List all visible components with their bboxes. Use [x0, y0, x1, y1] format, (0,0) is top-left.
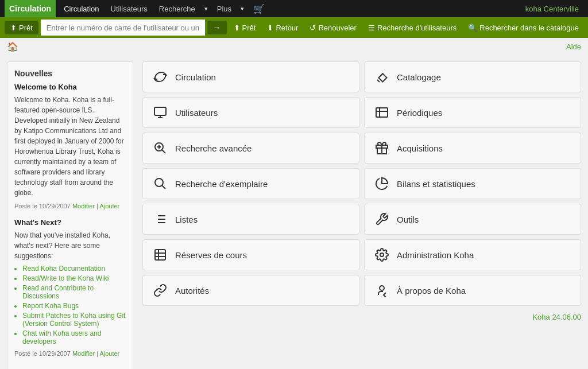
news-article2-posted: Posté le 10/29/2007 Modifier | Ajouter — [14, 349, 126, 359]
pret-link-icon: ⬆ — [234, 24, 240, 32]
svg-line-1 — [377, 80, 380, 82]
acquisitions-label: Acquisitions — [397, 143, 443, 153]
svg-rect-5 — [376, 108, 388, 117]
retour-icon: ⬇ — [267, 24, 273, 32]
administration-label: Administration Koha — [397, 250, 474, 260]
svg-line-9 — [162, 150, 165, 153]
news-link-5[interactable]: Chat with Koha users and developers — [22, 329, 101, 345]
recherche-exemplaire-icon — [152, 177, 168, 191]
news-article2-intro: Now that you've installed Koha, what's n… — [14, 230, 126, 261]
svg-point-13 — [155, 178, 163, 187]
recherche-utilisateurs-icon: ☰ — [368, 24, 375, 32]
news-link-0[interactable]: Read Koha Documentation — [22, 265, 105, 273]
catalogage-label: Catalogage — [397, 72, 441, 82]
svg-rect-21 — [155, 250, 165, 260]
utilisateurs-icon — [152, 106, 168, 119]
home-icon[interactable]: 🏠 — [7, 41, 18, 52]
institution-label: koha Centerville — [521, 5, 583, 13]
news-article2-modify-link[interactable]: Modifier — [72, 350, 95, 357]
reserves-cours-icon — [152, 248, 168, 262]
top-navigation: Circulation Circulation Utilisateurs Rec… — [0, 0, 588, 17]
news-link-3[interactable]: Report Koha Bugs — [22, 302, 79, 310]
recherche-avancee-label: Recherche avancée — [175, 143, 252, 153]
nav-circulation[interactable]: Circulation — [58, 0, 105, 17]
news-title: Nouvelles — [14, 69, 126, 78]
user-search-input[interactable] — [41, 20, 205, 36]
action-bar: ⬆ Prêt → ⬆ Prêt ⬇ Retour ↺ Renouveler ☰ … — [0, 17, 588, 38]
module-periodiques[interactable]: Périodiques — [364, 97, 581, 128]
circulation-label: Circulation — [175, 72, 216, 82]
module-grid: Circulation Catalogage Utilisateurs Péri… — [142, 61, 581, 369]
svg-line-14 — [162, 185, 165, 189]
apropos-label: À propos de Koha — [397, 286, 466, 296]
news-article1-heading: Welcome to Koha — [14, 83, 126, 91]
module-recherche-avancee[interactable]: Recherche avancée — [142, 133, 359, 164]
nav-utilisateurs[interactable]: Utilisateurs — [105, 0, 153, 17]
pret-button[interactable]: ⬆ Prêt — [5, 21, 38, 34]
outils-icon — [374, 212, 390, 226]
outils-label: Outils — [397, 215, 419, 224]
news-article1-add-link[interactable]: Ajouter — [99, 203, 119, 209]
nav-plus[interactable]: Plus — [211, 0, 237, 17]
module-utilisateurs[interactable]: Utilisateurs — [142, 97, 359, 128]
news-article1-modify-link[interactable]: Modifier — [72, 203, 95, 209]
news-link-2[interactable]: Read and Contribute to Discussions — [22, 284, 94, 300]
catalogage-icon — [374, 70, 390, 84]
apropos-icon — [374, 283, 390, 297]
news-panel: Nouvelles Welcome to Koha Welcome to Koh… — [7, 61, 133, 369]
breadcrumb-bar: 🏠 Aide — [0, 38, 588, 56]
nav-recherche[interactable]: Recherche — [153, 0, 201, 17]
module-reserves-cours[interactable]: Réserves de cours — [142, 239, 359, 270]
bilans-stats-label: Bilans et statistiques — [397, 179, 475, 189]
help-link[interactable]: Aide — [566, 42, 581, 51]
svg-rect-2 — [154, 107, 166, 115]
action-recherche-utilisateurs-link[interactable]: ☰ Recherche d'utilisateurs — [363, 21, 461, 34]
action-retour-link[interactable]: ⬇ Retour — [262, 21, 303, 34]
version-text: Koha 24.06.00 — [142, 310, 581, 324]
news-link-4[interactable]: Submit Patches to Koha using Git (Versio… — [22, 312, 125, 328]
recherche-avancee-icon — [152, 141, 168, 155]
module-listes[interactable]: Listes — [142, 204, 359, 235]
news-article2-links: Read Koha Documentation Read/Write to th… — [14, 265, 126, 345]
periodiques-label: Périodiques — [397, 108, 442, 118]
pret-icon: ⬆ — [10, 24, 17, 32]
rechercher-catalogue-icon: 🔍 — [468, 24, 477, 32]
listes-icon — [152, 212, 168, 226]
module-bilans-stats[interactable]: Bilans et statistiques — [364, 168, 581, 199]
search-go-button[interactable]: → — [207, 21, 227, 34]
app-logo[interactable]: Circulation — [5, 0, 56, 17]
cart-button[interactable]: 🛒 — [247, 0, 270, 17]
news-article1-body: Welcome to Koha. Koha is a full-featured… — [14, 95, 126, 198]
news-article1-posted: Posté le 10/29/2007 Modifier | Ajouter — [14, 201, 126, 211]
circulation-icon — [152, 70, 168, 84]
news-article2-add-link[interactable]: Ajouter — [99, 350, 119, 357]
module-autorites[interactable]: Autorités — [142, 275, 359, 306]
administration-icon — [374, 248, 390, 262]
action-rechercher-catalogue-link[interactable]: 🔍 Rechercher dans le catalogue — [463, 21, 583, 34]
news-article2-heading: What's Next? — [14, 218, 126, 227]
reserves-cours-label: Réserves de cours — [175, 250, 247, 260]
autorites-label: Autorités — [175, 286, 209, 296]
svg-point-26 — [380, 286, 384, 290]
module-acquisitions[interactable]: Acquisitions — [364, 133, 581, 164]
module-apropos[interactable]: À propos de Koha — [364, 275, 581, 306]
nav-dropdown-arrow[interactable]: ▾ — [201, 5, 211, 13]
autorites-icon — [152, 283, 168, 297]
renouveler-icon: ↺ — [310, 24, 316, 32]
module-administration[interactable]: Administration Koha — [364, 239, 581, 270]
acquisitions-icon — [374, 141, 390, 155]
main-content: Nouvelles Welcome to Koha Welcome to Koh… — [0, 56, 588, 369]
module-catalogage[interactable]: Catalogage — [364, 61, 581, 92]
action-pret-link[interactable]: ⬆ Prêt — [229, 21, 261, 34]
nav-plus-arrow[interactable]: ▾ — [237, 5, 247, 13]
news-link-1[interactable]: Read/Write to the Koha Wiki — [22, 274, 109, 282]
svg-marker-0 — [378, 73, 386, 81]
svg-point-25 — [380, 253, 384, 257]
utilisateurs-label: Utilisateurs — [175, 108, 218, 118]
module-outils[interactable]: Outils — [364, 204, 581, 235]
module-circulation[interactable]: Circulation — [142, 61, 359, 92]
module-recherche-exemplaire[interactable]: Recherche d'exemplaire — [142, 168, 359, 199]
recherche-exemplaire-label: Recherche d'exemplaire — [175, 179, 268, 189]
listes-label: Listes — [175, 215, 198, 224]
action-renouveler-link[interactable]: ↺ Renouveler — [305, 21, 361, 34]
